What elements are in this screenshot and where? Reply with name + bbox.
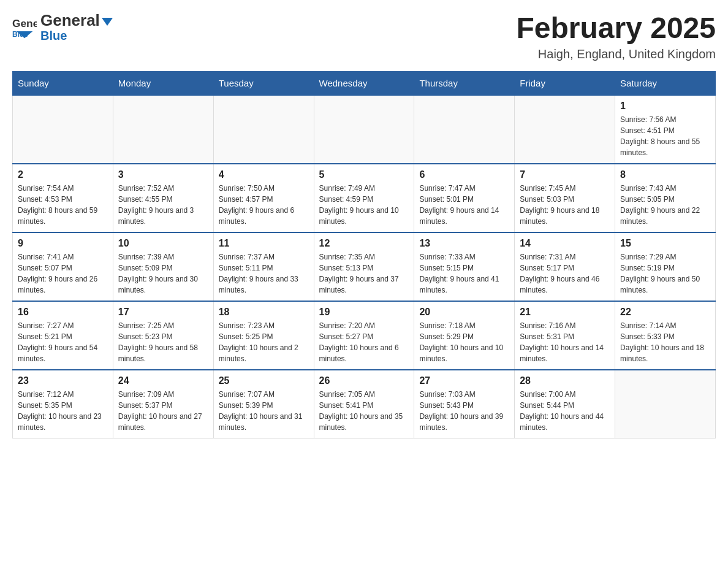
calendar-cell: 16Sunrise: 7:27 AMSunset: 5:21 PMDayligh… [13, 301, 113, 370]
day-info: Sunrise: 7:29 AMSunset: 5:19 PMDaylight:… [620, 251, 710, 296]
day-number: 26 [319, 375, 409, 386]
calendar-week-row: 9Sunrise: 7:41 AMSunset: 5:07 PMDaylight… [13, 232, 716, 301]
day-info: Sunrise: 7:50 AMSunset: 4:57 PMDaylight:… [219, 183, 309, 227]
calendar-header-monday: Monday [113, 71, 213, 95]
day-info: Sunrise: 7:43 AMSunset: 5:05 PMDaylight:… [620, 183, 710, 227]
day-info: Sunrise: 7:52 AMSunset: 4:55 PMDaylight:… [118, 183, 208, 227]
calendar-cell [615, 370, 716, 439]
day-number: 12 [319, 238, 409, 249]
day-info: Sunrise: 7:54 AMSunset: 4:53 PMDaylight:… [18, 183, 108, 227]
calendar-cell: 1Sunrise: 7:56 AMSunset: 4:51 PMDaylight… [615, 95, 716, 164]
day-info: Sunrise: 7:35 AMSunset: 5:13 PMDaylight:… [319, 251, 409, 296]
day-number: 11 [219, 238, 309, 249]
day-info: Sunrise: 7:03 AMSunset: 5:43 PMDaylight:… [419, 389, 509, 433]
day-info: Sunrise: 7:37 AMSunset: 5:11 PMDaylight:… [219, 251, 309, 296]
calendar-week-row: 1Sunrise: 7:56 AMSunset: 4:51 PMDaylight… [13, 95, 716, 164]
day-info: Sunrise: 7:47 AMSunset: 5:01 PMDaylight:… [419, 183, 509, 227]
calendar-cell: 24Sunrise: 7:09 AMSunset: 5:37 PMDayligh… [113, 370, 213, 439]
calendar-cell: 3Sunrise: 7:52 AMSunset: 4:55 PMDaylight… [113, 164, 213, 232]
logo-general-text: General [40, 12, 113, 28]
day-info: Sunrise: 7:12 AMSunset: 5:35 PMDaylight:… [18, 389, 108, 433]
location-label: Haigh, England, United Kingdom [516, 47, 716, 61]
page-header: General Blue General Blue February 2025 … [12, 12, 716, 61]
calendar-cell: 10Sunrise: 7:39 AMSunset: 5:09 PMDayligh… [113, 232, 213, 301]
calendar-cell: 19Sunrise: 7:20 AMSunset: 5:27 PMDayligh… [314, 301, 414, 370]
calendar-header-friday: Friday [515, 71, 615, 95]
day-number: 20 [419, 307, 509, 318]
day-number: 6 [419, 169, 509, 180]
calendar-cell: 13Sunrise: 7:33 AMSunset: 5:15 PMDayligh… [414, 232, 515, 301]
day-number: 2 [18, 169, 108, 180]
day-number: 14 [520, 238, 610, 249]
calendar-cell [13, 95, 113, 164]
day-number: 24 [118, 375, 208, 386]
calendar-cell: 14Sunrise: 7:31 AMSunset: 5:17 PMDayligh… [515, 232, 615, 301]
day-number: 13 [419, 238, 509, 249]
day-number: 17 [118, 307, 208, 318]
day-info: Sunrise: 7:20 AMSunset: 5:27 PMDaylight:… [319, 320, 409, 364]
day-info: Sunrise: 7:27 AMSunset: 5:21 PMDaylight:… [18, 320, 108, 364]
calendar-cell: 25Sunrise: 7:07 AMSunset: 5:39 PMDayligh… [213, 370, 314, 439]
calendar-cell [515, 95, 615, 164]
calendar-cell [213, 95, 314, 164]
calendar-cell: 9Sunrise: 7:41 AMSunset: 5:07 PMDaylight… [13, 232, 113, 301]
day-info: Sunrise: 7:07 AMSunset: 5:39 PMDaylight:… [219, 389, 309, 433]
calendar-week-row: 23Sunrise: 7:12 AMSunset: 5:35 PMDayligh… [13, 370, 716, 439]
day-number: 5 [319, 169, 409, 180]
day-number: 7 [520, 169, 610, 180]
day-number: 28 [520, 375, 610, 386]
day-info: Sunrise: 7:16 AMSunset: 5:31 PMDaylight:… [520, 320, 610, 364]
day-number: 27 [419, 375, 509, 386]
day-info: Sunrise: 7:23 AMSunset: 5:25 PMDaylight:… [219, 320, 309, 364]
calendar-cell: 5Sunrise: 7:49 AMSunset: 4:59 PMDaylight… [314, 164, 414, 232]
calendar-cell: 23Sunrise: 7:12 AMSunset: 5:35 PMDayligh… [13, 370, 113, 439]
calendar-cell: 17Sunrise: 7:25 AMSunset: 5:23 PMDayligh… [113, 301, 213, 370]
day-number: 25 [219, 375, 309, 386]
day-info: Sunrise: 7:56 AMSunset: 4:51 PMDaylight:… [620, 114, 710, 158]
calendar-cell: 8Sunrise: 7:43 AMSunset: 5:05 PMDaylight… [615, 164, 716, 232]
day-number: 4 [219, 169, 309, 180]
calendar-table: SundayMondayTuesdayWednesdayThursdayFrid… [12, 71, 716, 439]
calendar-cell: 18Sunrise: 7:23 AMSunset: 5:25 PMDayligh… [213, 301, 314, 370]
calendar-header-tuesday: Tuesday [213, 71, 314, 95]
day-info: Sunrise: 7:31 AMSunset: 5:17 PMDaylight:… [520, 251, 610, 296]
calendar-header-saturday: Saturday [615, 71, 716, 95]
calendar-cell [314, 95, 414, 164]
day-info: Sunrise: 7:00 AMSunset: 5:44 PMDaylight:… [520, 389, 610, 433]
day-info: Sunrise: 7:18 AMSunset: 5:29 PMDaylight:… [419, 320, 509, 364]
calendar-cell: 28Sunrise: 7:00 AMSunset: 5:44 PMDayligh… [515, 370, 615, 439]
calendar-cell: 6Sunrise: 7:47 AMSunset: 5:01 PMDaylight… [414, 164, 515, 232]
calendar-cell: 7Sunrise: 7:45 AMSunset: 5:03 PMDaylight… [515, 164, 615, 232]
day-info: Sunrise: 7:49 AMSunset: 4:59 PMDaylight:… [319, 183, 409, 227]
calendar-header-thursday: Thursday [414, 71, 515, 95]
month-title: February 2025 [516, 12, 716, 45]
logo-icon: General Blue [12, 15, 37, 39]
calendar-cell: 12Sunrise: 7:35 AMSunset: 5:13 PMDayligh… [314, 232, 414, 301]
day-number: 22 [620, 307, 710, 318]
calendar-cell: 26Sunrise: 7:05 AMSunset: 5:41 PMDayligh… [314, 370, 414, 439]
calendar-cell: 11Sunrise: 7:37 AMSunset: 5:11 PMDayligh… [213, 232, 314, 301]
day-number: 10 [118, 238, 208, 249]
calendar-cell: 15Sunrise: 7:29 AMSunset: 5:19 PMDayligh… [615, 232, 716, 301]
day-number: 23 [18, 375, 108, 386]
day-number: 18 [219, 307, 309, 318]
day-info: Sunrise: 7:33 AMSunset: 5:15 PMDaylight:… [419, 251, 509, 296]
day-number: 9 [18, 238, 108, 249]
calendar-header-sunday: Sunday [13, 71, 113, 95]
calendar-cell: 21Sunrise: 7:16 AMSunset: 5:31 PMDayligh… [515, 301, 615, 370]
day-info: Sunrise: 7:39 AMSunset: 5:09 PMDaylight:… [118, 251, 208, 296]
logo-blue-text: Blue [40, 29, 113, 42]
day-number: 19 [319, 307, 409, 318]
calendar-week-row: 2Sunrise: 7:54 AMSunset: 4:53 PMDaylight… [13, 164, 716, 232]
day-number: 21 [520, 307, 610, 318]
day-info: Sunrise: 7:09 AMSunset: 5:37 PMDaylight:… [118, 389, 208, 433]
calendar-week-row: 16Sunrise: 7:27 AMSunset: 5:21 PMDayligh… [13, 301, 716, 370]
calendar-cell [113, 95, 213, 164]
calendar-cell: 4Sunrise: 7:50 AMSunset: 4:57 PMDaylight… [213, 164, 314, 232]
calendar-cell: 2Sunrise: 7:54 AMSunset: 4:53 PMDaylight… [13, 164, 113, 232]
calendar-cell: 27Sunrise: 7:03 AMSunset: 5:43 PMDayligh… [414, 370, 515, 439]
calendar-cell: 22Sunrise: 7:14 AMSunset: 5:33 PMDayligh… [615, 301, 716, 370]
day-info: Sunrise: 7:45 AMSunset: 5:03 PMDaylight:… [520, 183, 610, 227]
calendar-header-row: SundayMondayTuesdayWednesdayThursdayFrid… [13, 71, 716, 95]
svg-text:General: General [12, 17, 37, 29]
